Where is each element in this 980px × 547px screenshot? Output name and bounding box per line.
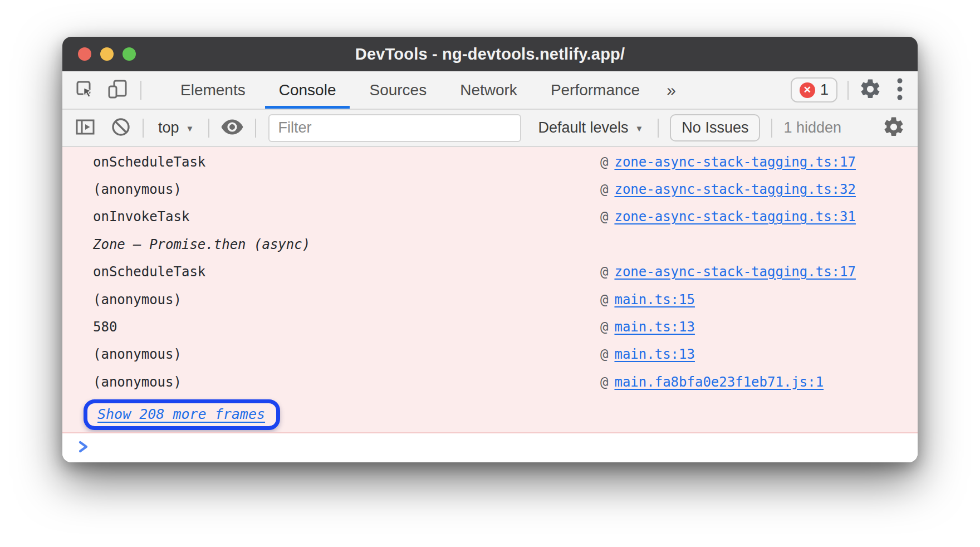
async-boundary-row: Zone — Promise.then (async) — [62, 231, 918, 258]
stack-frame-row: (anonymous)@zone-async-stack-tagging.ts:… — [62, 175, 918, 203]
three-dots-vertical-icon — [896, 77, 903, 103]
tab-performance[interactable]: Performance — [534, 71, 656, 109]
at-symbol: @ — [600, 182, 608, 197]
stack-frame-row: (anonymous)@main.fa8bfa0e23f1eb71.js:1 — [62, 368, 918, 395]
hidden-messages-count: 1 hidden — [783, 119, 841, 136]
console-settings-button[interactable] — [882, 115, 905, 140]
stack-frame-location: @zone-async-stack-tagging.ts:17 — [600, 264, 856, 280]
window-title: DevTools - ng-devtools.netlify.app/ — [355, 45, 625, 64]
at-symbol: @ — [600, 264, 608, 280]
devtools-settings-button[interactable] — [859, 77, 882, 102]
stack-frame-function: (anonymous) — [62, 374, 182, 390]
at-symbol: @ — [600, 292, 608, 307]
devtools-window: DevTools - ng-devtools.netlify.app/ Elem… — [62, 37, 918, 462]
stack-frame-function: (anonymous) — [62, 292, 182, 307]
minimize-window-button[interactable] — [100, 47, 114, 61]
chevrons-right-icon: » — [667, 81, 676, 100]
tab-network[interactable]: Network — [443, 71, 534, 109]
create-live-expression-button[interactable] — [220, 119, 244, 137]
stack-frame-row: 580@main.ts:13 — [62, 313, 918, 340]
main-menu-button[interactable] — [896, 77, 903, 103]
no-issues-button[interactable]: No Issues — [670, 114, 760, 141]
title-bar: DevTools - ng-devtools.netlify.app/ — [62, 37, 918, 71]
separator — [140, 81, 141, 100]
ban-circle-icon — [110, 116, 131, 139]
devtools-tab-bar: ElementsConsoleSourcesNetworkPerformance… — [62, 71, 918, 110]
stack-frame-row: onInvokeTask@zone-async-stack-tagging.ts… — [62, 203, 918, 231]
source-location-link[interactable]: zone-async-stack-tagging.ts:32 — [614, 182, 855, 197]
source-location-link[interactable]: zone-async-stack-tagging.ts:31 — [614, 209, 855, 224]
more-tabs-button[interactable]: » — [656, 81, 686, 100]
stack-frame-function: onScheduleTask — [62, 264, 205, 280]
separator — [771, 119, 772, 138]
stack-frame-row: onScheduleTask@zone-async-stack-tagging.… — [62, 258, 918, 286]
annotation-highlight-ring: Show 208 more frames — [84, 399, 280, 430]
stack-frame-row: (anonymous)@main.ts:15 — [62, 286, 918, 313]
error-count-badge[interactable]: ✕ 1 — [791, 77, 837, 102]
stack-frame-location: @main.ts:15 — [600, 292, 695, 307]
levels-label: Default levels — [538, 119, 628, 136]
stack-frame-location: @main.fa8bfa0e23f1eb71.js:1 — [600, 374, 824, 390]
async-boundary-label: Zone — Promise.then (async) — [62, 237, 310, 252]
at-symbol: @ — [600, 374, 608, 390]
separator — [143, 119, 144, 138]
source-location-link[interactable]: main.ts:13 — [614, 346, 695, 362]
source-location-link[interactable]: zone-async-stack-tagging.ts:17 — [614, 264, 855, 280]
stack-frame-row: onScheduleTask@zone-async-stack-tagging.… — [62, 148, 918, 175]
at-symbol: @ — [600, 154, 608, 170]
separator — [658, 119, 659, 138]
gear-icon — [882, 115, 905, 140]
zoom-window-button[interactable] — [122, 47, 136, 61]
filter-input[interactable] — [268, 114, 521, 142]
tab-sources[interactable]: Sources — [352, 71, 443, 109]
source-location-link[interactable]: main.ts:13 — [614, 319, 695, 335]
stack-frame-location: @zone-async-stack-tagging.ts:31 — [600, 209, 856, 224]
stack-frame-row: (anonymous)@main.ts:13 — [62, 341, 918, 368]
prompt-chevron-icon — [77, 439, 90, 456]
console-messages: onScheduleTask@zone-async-stack-tagging.… — [62, 147, 918, 433]
show-more-frames-row: Show 208 more frames — [62, 397, 918, 433]
close-window-button[interactable] — [78, 47, 91, 61]
console-toolbar: top ▼ Default levels ▼ No Issues 1 hidde… — [62, 110, 918, 147]
inspect-element-button[interactable] — [75, 79, 95, 101]
stack-frame-location: @zone-async-stack-tagging.ts:32 — [600, 182, 856, 197]
tab-console[interactable]: Console — [262, 71, 353, 109]
stack-frame-function: onScheduleTask — [62, 154, 205, 170]
tab-bar-right-group: ✕ 1 — [791, 77, 903, 103]
source-location-link[interactable]: main.fa8bfa0e23f1eb71.js:1 — [614, 374, 824, 390]
context-label: top — [158, 119, 179, 136]
stack-frame-location: @main.ts:13 — [600, 319, 695, 335]
stack-frame-function: onInvokeTask — [62, 209, 189, 224]
at-symbol: @ — [600, 346, 608, 362]
chevron-down-icon: ▼ — [635, 124, 644, 133]
source-location-link[interactable]: zone-async-stack-tagging.ts:17 — [614, 154, 855, 170]
traffic-lights — [78, 37, 136, 71]
gear-icon — [859, 77, 882, 102]
at-symbol: @ — [600, 319, 608, 335]
javascript-context-selector[interactable]: top ▼ — [155, 119, 197, 136]
source-location-link[interactable]: main.ts:15 — [614, 292, 695, 307]
sidebar-panel-play-icon — [75, 117, 96, 139]
console-sidebar-toggle-button[interactable] — [75, 117, 96, 139]
console-prompt[interactable] — [62, 433, 918, 462]
stack-frame-function: (anonymous) — [62, 346, 182, 362]
stack-frame-function: (anonymous) — [62, 182, 182, 197]
tab-list: ElementsConsoleSourcesNetworkPerformance — [164, 71, 656, 109]
show-more-frames-link[interactable]: Show 208 more frames — [97, 406, 265, 422]
tab-elements[interactable]: Elements — [164, 71, 262, 109]
clear-console-button[interactable] — [110, 116, 131, 139]
error-circle-icon: ✕ — [800, 82, 815, 98]
error-count: 1 — [820, 81, 829, 99]
separator — [208, 119, 209, 138]
stack-frame-function: 580 — [62, 319, 117, 335]
device-toolbar-button[interactable] — [107, 79, 129, 101]
inspect-cursor-icon — [75, 79, 95, 101]
separator — [255, 119, 256, 138]
eye-icon — [220, 119, 244, 137]
separator — [847, 81, 849, 100]
at-symbol: @ — [600, 209, 608, 224]
stack-frame-location: @zone-async-stack-tagging.ts:17 — [600, 154, 856, 170]
log-levels-dropdown[interactable]: Default levels ▼ — [535, 119, 646, 136]
chevron-down-icon: ▼ — [186, 124, 194, 133]
device-toolbar-icon — [107, 79, 129, 101]
